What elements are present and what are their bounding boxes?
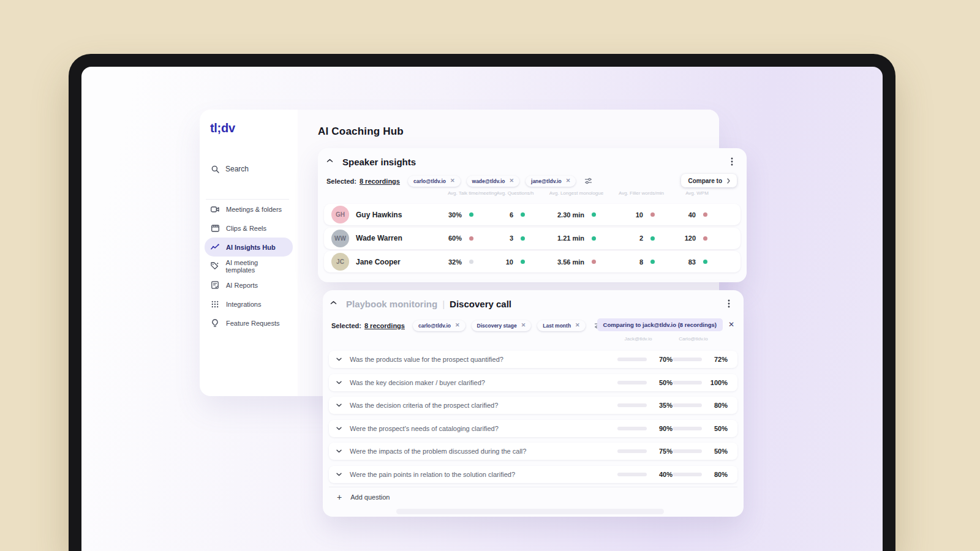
sidebar: tl;dv Search Meetings & folders	[200, 110, 298, 396]
comparing-to-label: Comparing to jack@tldv.io (8 recordings)	[603, 321, 717, 328]
status-dot	[703, 260, 707, 264]
sidebar-item-label: Integrations	[226, 301, 261, 308]
score-value: 90%	[650, 425, 673, 432]
score-value: 40%	[650, 471, 673, 478]
status-dot	[592, 260, 596, 264]
speaker-name: Guy Hawkins	[356, 211, 439, 219]
progress-track	[673, 427, 702, 430]
close-icon[interactable]: ✕	[455, 323, 460, 328]
progress-track	[673, 473, 702, 476]
score-left: 75%	[617, 448, 673, 455]
close-icon[interactable]: ✕	[509, 178, 514, 184]
close-icon[interactable]: ✕	[521, 323, 526, 328]
filter-chip[interactable]: carlo@tldv.io✕	[408, 176, 461, 187]
chip-label: Last month	[543, 323, 571, 329]
comparing-to-chip[interactable]: Comparing to jack@tldv.io (8 recordings)	[597, 318, 723, 331]
page-title: AI Coaching Hub	[318, 126, 404, 138]
chevron-down-icon[interactable]	[336, 358, 350, 361]
scroll-ghost-row	[396, 509, 664, 514]
comparison-column-left: Jack@tldv.io	[620, 336, 657, 342]
sidebar-item-integrations[interactable]: Integrations	[205, 294, 293, 313]
chip-label: carlo@tldv.io	[413, 178, 446, 184]
question-row[interactable]: Were the pain points in relation to the …	[329, 466, 737, 483]
metric-monologue: 2.30 min	[525, 204, 596, 225]
close-icon[interactable]: ✕	[728, 320, 734, 329]
compare-to-label: Compare to	[688, 178, 722, 184]
sidebar-item-ai-reports[interactable]: AI Reports	[205, 276, 293, 294]
score-left: 50%	[617, 379, 673, 386]
table-row[interactable]: WW Wade Warren 60% 3 1.21 min 2 120	[324, 228, 741, 249]
chevron-down-icon[interactable]	[336, 381, 350, 384]
chevron-down-icon[interactable]	[336, 403, 350, 407]
question-row[interactable]: Was the decision criteria of the prospec…	[329, 397, 737, 414]
status-dot	[703, 236, 707, 241]
report-icon	[210, 281, 220, 289]
filter-chip[interactable]: carlo@tldv.io✕	[413, 320, 466, 331]
compare-to-button[interactable]: Compare to	[681, 174, 737, 187]
sidebar-item-ai-meeting-templates[interactable]: AI meeting templates	[205, 257, 293, 276]
tldv-logo: tl;dv	[210, 121, 235, 135]
collapse-chevron-up-icon[interactable]	[326, 159, 333, 163]
metric-questions: 3	[473, 228, 525, 249]
selected-recordings-link[interactable]: 8 recordings	[364, 322, 405, 329]
score-right: 80%	[673, 471, 737, 478]
sidebar-item-clips-reels[interactable]: Clips & Reels	[205, 219, 293, 238]
filter-chip[interactable]: Discovery stage✕	[472, 320, 532, 331]
sidebar-item-meetings-folders[interactable]: Meetings & folders	[205, 200, 293, 219]
filter-icon[interactable]	[584, 178, 592, 184]
question-row[interactable]: Was the key decision maker / buyer clari…	[329, 374, 737, 391]
metric-wpm: 83	[655, 251, 707, 272]
sidebar-item-feature-requests[interactable]: Feature Requests	[205, 313, 293, 332]
close-icon[interactable]: ✕	[566, 178, 571, 184]
question-row[interactable]: Were the impacts of the problem discusse…	[329, 443, 737, 460]
filter-chip[interactable]: jane@tldv.io✕	[526, 176, 576, 187]
sidebar-item-label: AI meeting templates	[226, 259, 287, 274]
question-text: Was the key decision maker / buyer clari…	[350, 379, 617, 386]
collapse-chevron-up-icon[interactable]	[330, 301, 337, 305]
comparison-column-right: Carlo@tldv.io	[675, 336, 712, 342]
chevron-down-icon[interactable]	[336, 449, 350, 453]
selected-recordings-link[interactable]: 8 recordings	[360, 178, 400, 185]
progress-track	[617, 358, 647, 361]
close-icon[interactable]: ✕	[575, 323, 580, 328]
kebab-menu-icon[interactable]	[728, 299, 730, 308]
search-button[interactable]: Search	[210, 165, 249, 173]
score-right: 100%	[673, 379, 737, 386]
chevron-down-icon[interactable]	[336, 473, 350, 476]
add-question-label: Add question	[350, 493, 390, 501]
selected-label: Selected:	[326, 178, 356, 185]
score-right: 50%	[673, 448, 737, 455]
question-row[interactable]: Were the prospect's needs of cataloging …	[329, 420, 737, 437]
kebab-menu-icon[interactable]	[731, 157, 733, 166]
question-list: Was the products value for the prospect …	[323, 351, 744, 483]
score-left: 90%	[617, 425, 673, 432]
add-question-button[interactable]: + Add question	[329, 487, 737, 507]
sidebar-item-label: AI Reports	[226, 282, 258, 289]
filter-chip[interactable]: wade@tldv.io✕	[467, 176, 520, 187]
panel-title: Speaker insights	[342, 157, 416, 167]
search-label: Search	[225, 165, 249, 173]
chevron-down-icon[interactable]	[336, 427, 350, 430]
laptop-screen: tl;dv Search Meetings & folders	[81, 67, 883, 551]
table-row[interactable]: GH Guy Hawkins 30% 6 2.30 min 10 40	[324, 204, 741, 225]
question-text: Were the pain points in relation to the …	[350, 471, 617, 478]
sidebar-item-ai-insights-hub[interactable]: AI Insights Hub	[205, 238, 293, 257]
score-right: 50%	[673, 425, 737, 432]
score-value: 100%	[706, 379, 728, 386]
column-header: Avg. Talk time/meeting	[448, 190, 497, 196]
column-header: Avg. Filler words/min	[619, 190, 664, 196]
question-text: Were the impacts of the problem discusse…	[350, 448, 617, 455]
panel-title: Playbook monitoring | Discovery call	[346, 299, 511, 309]
metric-monologue: 3.56 min	[525, 251, 596, 272]
question-row[interactable]: Was the products value for the prospect …	[329, 351, 737, 368]
filter-chip[interactable]: Last month✕	[537, 320, 585, 331]
avatar: JC	[331, 253, 349, 271]
chip-label: wade@tldv.io	[472, 178, 505, 184]
metric-talk-time: 32%	[439, 251, 473, 272]
panel-title-muted: Playbook monitoring	[346, 299, 437, 309]
table-row[interactable]: JC Jane Cooper 32% 10 3.56 min 8 83	[324, 251, 741, 272]
status-dot	[650, 212, 655, 217]
close-icon[interactable]: ✕	[450, 178, 455, 184]
score-right: 80%	[673, 402, 737, 409]
sidebar-item-label: Meetings & folders	[226, 206, 282, 213]
